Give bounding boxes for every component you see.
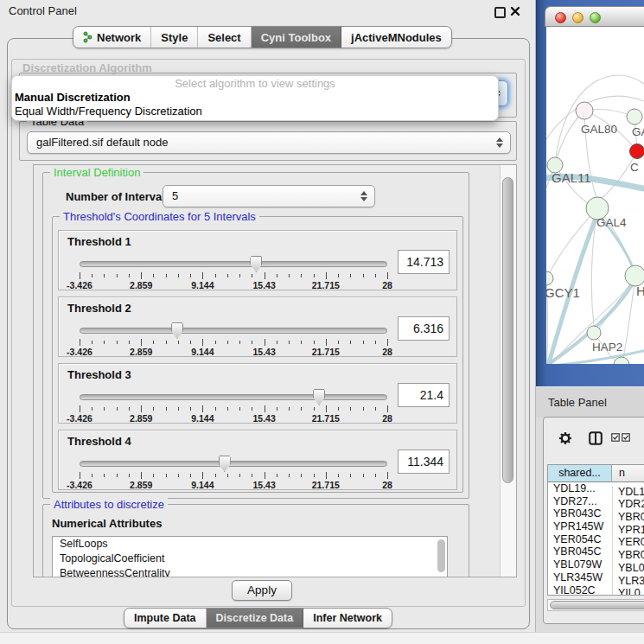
- popup-option-manual-discretization[interactable]: Manual Discretization: [12, 91, 498, 105]
- bottom-strip: [0, 632, 644, 644]
- cell-name[interactable]: YIL0: [612, 587, 641, 596]
- table-row[interactable]: YBR043CYBR0: [548, 507, 644, 520]
- close-traffic-light-icon[interactable]: [555, 12, 566, 23]
- number-of-intervals-label: Number of Intervals: [66, 190, 171, 203]
- number-of-intervals-value: 5: [172, 189, 178, 202]
- threshold-label: Threshold 1: [67, 235, 131, 248]
- threshold-value-field[interactable]: 11.344: [398, 450, 450, 474]
- tab-discretize-data[interactable]: Discretize Data: [207, 609, 304, 628]
- node-label: HAP2: [592, 341, 622, 354]
- threshold-value-field[interactable]: 14.713: [398, 250, 450, 274]
- threshold-value-field[interactable]: 21.4: [398, 383, 450, 407]
- node-ga[interactable]: [627, 109, 642, 124]
- threshold-slider[interactable]: -3.4262.8599.14415.4321.71528: [80, 456, 387, 489]
- slider-thumb[interactable]: [171, 322, 183, 339]
- threshold-value-field[interactable]: 6.316: [398, 316, 450, 341]
- vertical-scrollbar-thumb[interactable]: [502, 177, 513, 483]
- slider-track[interactable]: [80, 261, 387, 267]
- attribute-list-item[interactable]: TopologicalCoefficient: [53, 552, 447, 566]
- tab-label: Impute Data: [134, 612, 196, 624]
- column-header-shared-name[interactable]: shared...: [548, 465, 612, 482]
- node-hap2[interactable]: [587, 326, 601, 340]
- close-icon[interactable]: [510, 6, 520, 16]
- threshold-slider[interactable]: -3.4262.8599.14415.4321.71528: [80, 323, 387, 356]
- slider-thumb[interactable]: [250, 256, 262, 272]
- float-window-icon[interactable]: [494, 7, 506, 18]
- node-label: GAL11: [552, 170, 591, 185]
- table-row[interactable]: YDR27...YDR2: [548, 495, 644, 508]
- bottom-tab-bar: Impute Data Discretize Data Infer Networ…: [124, 608, 392, 628]
- table-row[interactable]: YBL079WYBL0: [548, 558, 644, 571]
- screen: Control Panel Network Style Se: [0, 0, 644, 644]
- table-row[interactable]: YDL19...YDL1: [548, 482, 644, 495]
- threshold-slider[interactable]: -3.4262.8599.14415.4321.71528: [80, 257, 387, 290]
- column-browser-icon[interactable]: [589, 431, 603, 445]
- network-canvas[interactable]: GAL80 GA C GAL11 GAL4 GCY1 H HAP2: [546, 27, 644, 364]
- deselect-all-checkbox-icon[interactable]: [622, 433, 630, 442]
- slider-track[interactable]: [80, 461, 387, 467]
- slider-track[interactable]: [80, 328, 387, 334]
- vertical-scrollbar[interactable]: [500, 165, 516, 577]
- tab-network[interactable]: Network: [73, 27, 151, 48]
- tab-impute-data[interactable]: Impute Data: [124, 609, 207, 628]
- tab-select[interactable]: Select: [198, 27, 251, 48]
- cell-shared-name[interactable]: YER054C: [548, 533, 612, 546]
- select-all-checkbox-icon[interactable]: [611, 433, 620, 442]
- slider-track[interactable]: [80, 394, 387, 400]
- table-row[interactable]: YER054CYER0: [548, 533, 644, 546]
- node-gcy1[interactable]: [546, 271, 553, 285]
- interval-definition-group-label: Interval Definition: [50, 166, 143, 179]
- threshold-box: Threshold 4-3.4262.8599.14415.4321.71528…: [58, 430, 457, 490]
- table-row[interactable]: YBR045CYBR0: [548, 545, 644, 558]
- cell-shared-name[interactable]: YLR345W: [548, 571, 612, 584]
- cell-shared-name[interactable]: YDR27...: [548, 495, 612, 508]
- discretization-algorithm-group-label: Discretization Algorithm: [22, 61, 152, 74]
- table-row[interactable]: YIL052CYIL0: [548, 584, 644, 596]
- zoom-traffic-light-icon[interactable]: [590, 12, 601, 23]
- network-window-titlebar[interactable]: [545, 6, 644, 27]
- slider-thumb[interactable]: [219, 456, 231, 472]
- horizontal-scrollbar-thumb[interactable]: [550, 601, 644, 609]
- attribute-list-item[interactable]: SelfLoops: [53, 537, 447, 552]
- column-header-name[interactable]: n: [612, 465, 644, 482]
- tab-infer-network[interactable]: Infer Network: [303, 609, 392, 628]
- slider-thumb[interactable]: [313, 389, 325, 405]
- tab-cyni-toolbox[interactable]: Cyni Toolbox: [252, 27, 341, 48]
- table-row[interactable]: YPR145WYPR1: [548, 520, 644, 533]
- tab-label: Cyni Toolbox: [261, 31, 331, 44]
- cell-shared-name[interactable]: YBR045C: [548, 545, 612, 558]
- table-toolbar: [544, 418, 644, 459]
- node-bottom[interactable]: [614, 357, 629, 364]
- table-row[interactable]: YLR345WYLR3: [548, 571, 644, 584]
- attributes-group-label: Attributes to discretize: [50, 498, 168, 511]
- node-gal80[interactable]: [576, 102, 593, 119]
- tab-jactivemnodules[interactable]: jActiveMNodules: [341, 27, 451, 48]
- slider-tick-labels: -3.4262.8599.14415.4321.71528: [80, 413, 387, 424]
- numerical-attributes-label: Numerical Attributes: [52, 517, 162, 530]
- control-panel-window: Control Panel Network Style Se: [0, 0, 536, 644]
- node-label: C: [630, 161, 639, 174]
- threshold-label: Threshold 2: [67, 302, 131, 315]
- cell-shared-name[interactable]: YPR145W: [548, 520, 612, 533]
- cell-shared-name[interactable]: YBL079W: [548, 558, 612, 571]
- popup-option-equal-width-frequency[interactable]: Equal Width/Frequency Discretization: [12, 105, 498, 118]
- node-selected-red[interactable]: [630, 144, 644, 159]
- minimize-traffic-light-icon[interactable]: [572, 12, 583, 23]
- list-scrollbar[interactable]: [437, 539, 445, 572]
- tab-style[interactable]: Style: [151, 27, 198, 48]
- threshold-box: Threshold 1-3.4262.8599.14415.4321.71528…: [58, 230, 457, 290]
- attribute-list-item[interactable]: BetweennessCentrality: [53, 566, 447, 577]
- gear-icon[interactable]: [558, 431, 572, 445]
- cell-shared-name[interactable]: YIL052C: [548, 584, 612, 596]
- apply-button[interactable]: Apply: [232, 580, 292, 601]
- horizontal-scrollbar[interactable]: [547, 599, 644, 611]
- table-data-combo[interactable]: galFiltered.sif default node: [27, 131, 511, 154]
- tab-label: Network: [97, 31, 141, 44]
- number-of-intervals-combo[interactable]: 5: [163, 185, 375, 207]
- cell-shared-name[interactable]: YDL19...: [548, 482, 612, 495]
- cell-shared-name[interactable]: YBR043C: [548, 507, 612, 520]
- numerical-attributes-list[interactable]: SelfLoopsTopologicalCoefficientBetweenne…: [52, 536, 448, 577]
- node-label: GAL4: [596, 216, 627, 229]
- threshold-slider[interactable]: -3.4262.8599.14415.4321.71528: [80, 390, 387, 423]
- tab-label: Select: [207, 31, 240, 44]
